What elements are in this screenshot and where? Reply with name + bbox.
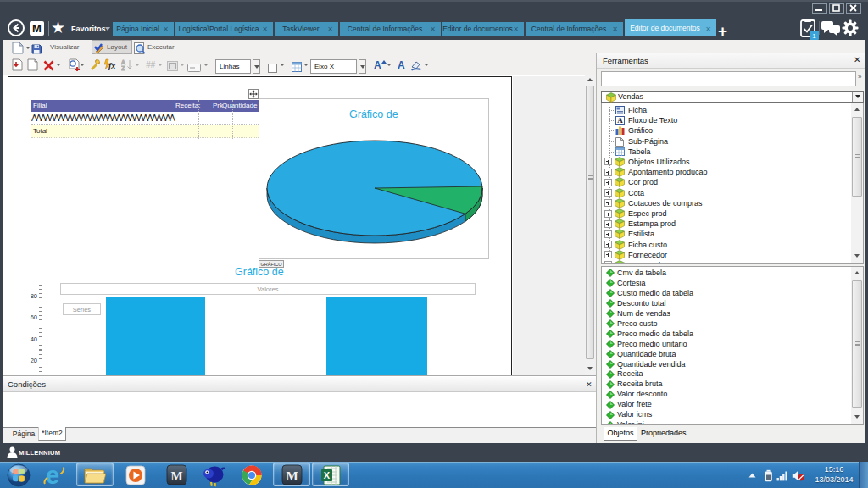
svg-text:fx: fx <box>108 61 115 70</box>
svg-text:Z: Z <box>121 65 125 71</box>
svg-text:X: X <box>324 470 331 480</box>
svg-text:e: e <box>46 463 59 487</box>
svg-text:1: 1 <box>812 32 816 40</box>
svg-text:M: M <box>170 469 182 483</box>
svg-text:A: A <box>121 59 125 65</box>
svg-text:A: A <box>617 116 623 125</box>
svg-text:M: M <box>286 469 298 483</box>
